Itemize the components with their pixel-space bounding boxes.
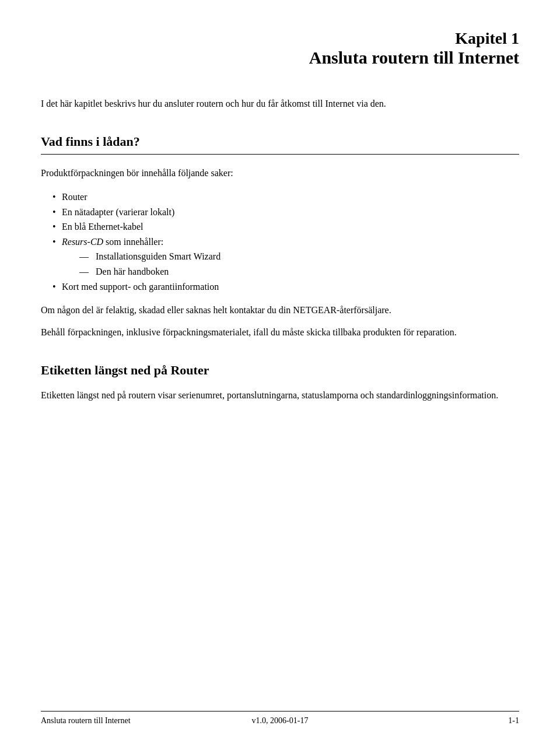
footer-center: v1.0, 2006-01-17 xyxy=(252,716,309,726)
sub-list-item: Installationsguiden Smart Wizard xyxy=(79,249,519,264)
note2: Behåll förpackningen, inklusive förpackn… xyxy=(41,325,519,339)
page: Kapitel 1 Ansluta routern till Internet … xyxy=(0,0,560,743)
sub-list: Installationsguiden Smart Wizard Den här… xyxy=(79,249,519,279)
section2-text: Etiketten längst ned på routern visar se… xyxy=(41,388,519,402)
bullet-list: Router En nätadapter (varierar lokalt) E… xyxy=(52,190,519,294)
list-item: Kort med support- och garantiinformation xyxy=(52,279,519,295)
chapter-number: Kapitel 1 xyxy=(41,29,519,48)
section1-heading: Vad finns i lådan? xyxy=(41,134,519,149)
list-item: En blå Ethernet-kabel xyxy=(52,219,519,234)
footer-left: Ansluta routern till Internet xyxy=(41,716,131,726)
section2-heading: Etiketten längst ned på Router xyxy=(41,363,519,378)
intro-text: I det här kapitlet beskrivs hur du anslu… xyxy=(41,97,519,111)
footer-right: 1-1 xyxy=(508,716,519,726)
chapter-header: Kapitel 1 Ansluta routern till Internet xyxy=(41,29,519,68)
chapter-title: Ansluta routern till Internet xyxy=(41,48,519,68)
list-item: En nätadapter (varierar lokalt) xyxy=(52,205,519,220)
footer: Ansluta routern till Internet v1.0, 2006… xyxy=(41,711,519,726)
sub-list-item: Den här handboken xyxy=(79,264,519,279)
list-item: Router xyxy=(52,190,519,205)
section1-intro: Produktförpackningen bör innehålla följa… xyxy=(41,166,519,180)
section1-divider xyxy=(41,154,519,155)
note1: Om någon del är felaktig, skadad eller s… xyxy=(41,303,519,317)
list-item-resurs: Resurs-CD som innehåller: Installationsg… xyxy=(52,234,519,279)
